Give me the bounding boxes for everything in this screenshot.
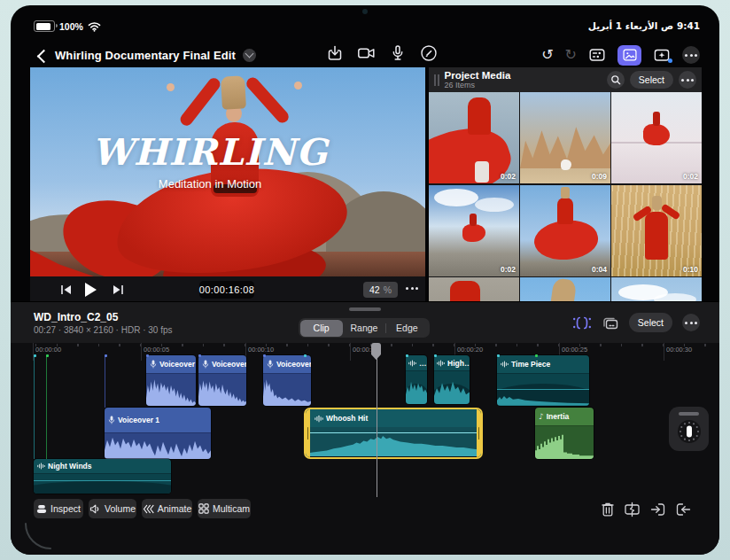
pencil-draw-button[interactable] xyxy=(420,44,438,62)
inspector-button[interactable] xyxy=(588,46,606,64)
thumbnail-duration: 0:02 xyxy=(501,265,516,274)
timeline-more-button[interactable] xyxy=(682,314,700,331)
media-thumbnail[interactable]: 0:02 xyxy=(429,92,519,183)
media-thumbnail[interactable]: 0:10 xyxy=(611,185,702,276)
media-thumbnail[interactable]: 0:02 xyxy=(611,92,702,183)
back-button[interactable] xyxy=(35,48,50,64)
viewer-more-button[interactable] xyxy=(406,287,418,290)
media-thumbnail[interactable] xyxy=(611,277,702,301)
timeline-clip-voiceover3[interactable]: Voiceover 3 xyxy=(263,355,311,406)
mic-icon xyxy=(267,360,274,369)
timeline-panel: WD_Intro_C2_05 00:27 · 3840 × 2160 · HDR… xyxy=(11,301,719,555)
timeline-clip-time-piece[interactable]: Time Piece xyxy=(497,355,589,406)
titles-effects-button[interactable] xyxy=(653,46,671,64)
mode-range[interactable]: Range xyxy=(343,320,385,337)
media-thumbnail[interactable]: 0:09 xyxy=(520,92,610,183)
trash-icon xyxy=(601,502,615,517)
media-select-button[interactable]: Select xyxy=(630,71,673,89)
media-thumbnail[interactable]: 0:02 xyxy=(429,185,519,276)
edit-mode-segmented-control: Clip Range Edge xyxy=(299,318,430,338)
timeline-project-name: WD_Intro_C2_05 xyxy=(34,311,118,323)
grid-icon xyxy=(198,503,209,514)
undo-button[interactable]: ↺ xyxy=(541,48,553,62)
blade-button[interactable] xyxy=(624,502,641,517)
viewer-overlay-subtitle: Meditation in Motion xyxy=(30,177,390,191)
mic-icon xyxy=(108,416,115,424)
insert-icon xyxy=(650,502,666,517)
blade-icon xyxy=(624,502,641,517)
zoom-level-control[interactable]: 42% xyxy=(363,282,398,298)
media-browser-button-active[interactable] xyxy=(617,45,641,66)
timeline-clip-inertia[interactable]: ♪Inertia xyxy=(535,408,594,459)
media-more-button[interactable] xyxy=(679,71,696,89)
thumbnail-duration: 0:02 xyxy=(683,172,698,181)
thumbnail-duration: 0:09 xyxy=(592,172,607,181)
dervish-hand xyxy=(294,82,302,89)
delete-button[interactable] xyxy=(601,502,615,517)
viewer-overlay-title: WHIRLING xyxy=(30,131,390,174)
status-bar-left: 100% xyxy=(34,20,101,32)
waveform-icon xyxy=(408,360,416,367)
timeline-clip-voiceover1[interactable]: Voiceover 1 xyxy=(105,408,211,459)
timeline-clip-sfx-short[interactable]: … xyxy=(406,355,427,404)
chevrons-icon xyxy=(143,504,154,514)
dervish-hand xyxy=(167,83,175,91)
trim-handle-left[interactable] xyxy=(306,409,310,457)
overwrite-clip-button[interactable] xyxy=(675,502,691,517)
waveform-icon xyxy=(501,361,509,368)
overlay-clips-button[interactable] xyxy=(602,315,619,331)
timeline-drag-handle[interactable] xyxy=(349,307,381,311)
snapping-button-active[interactable] xyxy=(572,315,592,331)
microphone-button[interactable] xyxy=(389,44,407,62)
jog-wheel[interactable] xyxy=(669,407,709,451)
corner-accent-line xyxy=(23,523,51,551)
media-thumbnail[interactable]: 0:04 xyxy=(520,185,610,276)
dervish-arm xyxy=(244,75,291,126)
status-datetime: 9:41 ص الأربعاء 1 أبريل xyxy=(588,20,700,31)
waveform-icon xyxy=(315,415,323,423)
project-media-header: Project Media 26 Items Select xyxy=(429,67,702,92)
insert-clip-button[interactable] xyxy=(650,502,666,517)
dervish-arm xyxy=(178,75,222,128)
timeline-header: WD_Intro_C2_05 00:27 · 3840 × 2160 · HDR… xyxy=(11,302,719,343)
timeline-clip-voiceover2a[interactable]: Voiceover 2 xyxy=(146,355,196,406)
playhead-line[interactable] xyxy=(377,343,378,497)
timeline-clip-sfx-high[interactable]: High… xyxy=(434,355,470,404)
mic-icon xyxy=(150,360,157,369)
project-media-count: 26 Items xyxy=(445,81,511,89)
waveform-icon xyxy=(37,463,45,470)
thumbnail-duration: 0:04 xyxy=(592,265,607,274)
search-button[interactable] xyxy=(607,71,625,89)
import-media-button[interactable] xyxy=(326,44,344,62)
timeline-clip-voiceover2b[interactable]: Voiceover 2 xyxy=(198,355,246,406)
media-thumbnail[interactable] xyxy=(520,277,610,301)
inspect-button[interactable]: Inspect xyxy=(34,499,83,518)
panel-drag-handle[interactable] xyxy=(434,74,439,86)
title-dropdown-button[interactable] xyxy=(243,49,256,62)
timecode-display[interactable]: 00:00:16:08 xyxy=(199,281,254,299)
camera-button[interactable] xyxy=(357,44,376,62)
jog-drag-handle[interactable] xyxy=(679,412,699,416)
zoom-value: 42 xyxy=(369,284,380,295)
play-button[interactable] xyxy=(83,282,97,298)
multicam-button[interactable]: Multicam xyxy=(198,499,251,518)
more-options-button[interactable] xyxy=(682,46,700,64)
skip-back-button[interactable] xyxy=(60,284,72,295)
media-thumbnail[interactable] xyxy=(429,277,519,301)
redo-button[interactable]: ↻ xyxy=(565,48,577,62)
animate-button[interactable]: Animate xyxy=(142,499,192,518)
timeline-clip-night-winds[interactable]: Night Winds xyxy=(34,459,171,494)
timeline-select-button[interactable]: Select xyxy=(629,313,672,332)
timeline-clip-whoosh-hit-selected[interactable]: Whoosh Hit xyxy=(304,408,483,459)
mode-clip[interactable]: Clip xyxy=(300,320,343,337)
timeline-ruler[interactable]: 00:00:00 00:00:05 00:00:10 00:00:15 00:0… xyxy=(11,343,719,362)
battery-icon xyxy=(34,20,55,32)
transport-bar: 00:00:16:08 42% xyxy=(30,276,425,303)
dervish-hat xyxy=(221,75,246,109)
project-title-menu[interactable]: Whirling Documentary Final Edit xyxy=(55,45,256,65)
mode-edge[interactable]: Edge xyxy=(385,320,428,337)
wifi-icon xyxy=(88,21,101,32)
trim-handle-right[interactable] xyxy=(477,409,481,457)
skip-forward-button[interactable] xyxy=(113,284,124,295)
volume-button[interactable]: Volume xyxy=(89,499,136,518)
